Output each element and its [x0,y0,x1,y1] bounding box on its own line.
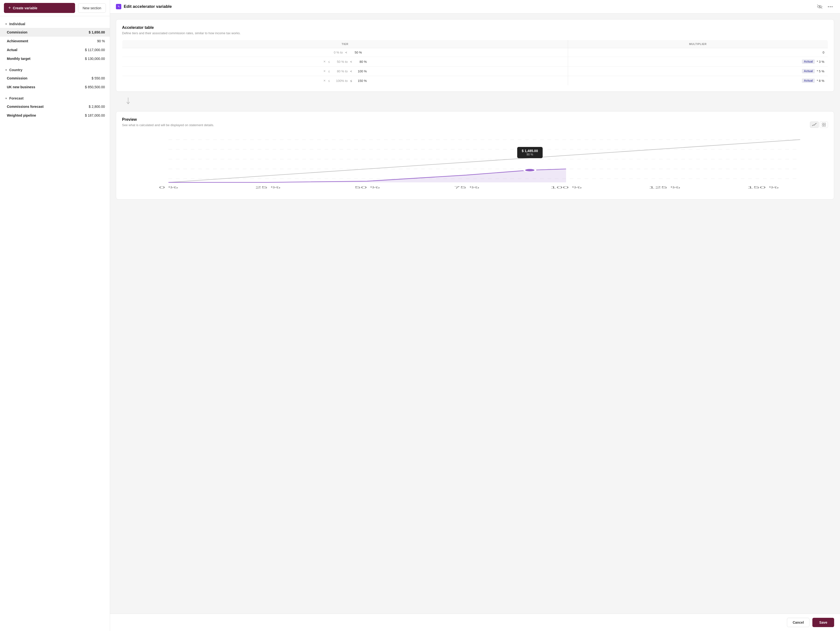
tier-lte: ≤ [328,69,332,73]
table-row: ✕ ≤ 50 % to < 80 % Actual * 3 % [122,57,828,66]
hide-button[interactable] [816,3,824,10]
multiplier-header: MULTIPLIER [568,40,828,48]
svg-text:100 %: 100 % [550,186,582,189]
chevron-down-icon: ▼ [5,23,7,25]
svg-text:50 %: 50 % [355,186,380,189]
section-individual-label: Individual [9,22,25,26]
tier-lt: < [344,50,348,54]
chevron-down-icon: ▼ [5,97,7,100]
svg-rect-7 [822,125,824,126]
remove-tier-icon[interactable]: ✕ [323,69,327,73]
actual-badge[interactable]: Actual [802,79,815,83]
actual-badge[interactable]: Actual [802,69,815,73]
svg-rect-5 [822,123,824,125]
list-item[interactable]: Monthly target $ 130,000.00 [0,54,110,63]
preview-header: Preview See what is calculated and will … [122,117,828,132]
table-row: ✕ ≤ 80 % to < 100 % Actual * 5 % [122,66,828,76]
accelerator-table-subtitle: Define tiers and their associated commis… [122,31,828,35]
row-value: $ 130,000.00 [85,57,105,61]
svg-rect-6 [824,123,826,125]
create-variable-button[interactable]: + Create variable [4,3,75,13]
tier-lte: ≤ [328,60,332,63]
row-label: Actual [7,48,17,52]
cancel-button[interactable]: Cancel [787,618,810,627]
list-item[interactable]: Commission $ 550.00 [0,74,110,83]
multiplier-cell: Actual * 5 % [568,66,828,76]
multiplier-cell: Actual * 3 % [568,57,828,66]
panel-header: ✎ Edit accelerator variable [110,0,840,13]
panel-footer: Cancel Save [110,614,840,631]
new-section-button[interactable]: New section [78,3,106,13]
section-individual[interactable]: ▼ Individual [0,20,110,28]
row-label: Monthly target [7,57,30,61]
list-item[interactable]: Commission $ 1,650.00 [0,28,110,37]
new-section-label: New section [83,6,101,10]
sidebar-header: + Create variable New section [0,0,110,16]
panel-body: Accelerator table Define tiers and their… [110,13,840,614]
row-value: $ 2,800.00 [89,105,105,109]
right-panel: ✎ Edit accelerator variable Accel [110,0,840,631]
row-value: $ 1,650.00 [89,30,105,34]
row-label: Weighted pipeline [7,114,36,117]
multiplier-cell: 0 [568,48,828,57]
tier-lt: < [349,69,353,73]
section-forecast[interactable]: ▼ Forecast [0,95,110,102]
list-item[interactable]: Achievement 90 % [0,37,110,46]
tier-from: 80 % to [333,69,348,73]
actual-badge[interactable]: Actual [802,59,815,64]
list-item[interactable]: UK new business $ 850,500.00 [0,83,110,91]
save-button[interactable]: Save [812,618,834,627]
multiplier-value: * 3 % [817,60,824,63]
list-item[interactable]: Weighted pipeline $ 187,000.00 [0,111,110,120]
sidebar: + Create variable New section ▼ Individu… [0,0,110,631]
multiplier-cell: Actual * 8 % [568,76,828,85]
section-country[interactable]: ▼ Country [0,66,110,74]
chevron-down-icon: ▼ [5,69,7,71]
row-label: Achievement [7,39,28,43]
preview-view-toggles [810,121,828,128]
svg-rect-8 [824,125,826,126]
more-options-button[interactable] [826,5,834,8]
cancel-label: Cancel [793,620,804,625]
line-chart-icon [812,123,816,127]
preview-subtitle: See what is calculated and will be displ… [122,123,214,127]
row-label: UK new business [7,85,35,89]
tier-header: TIER [122,40,568,48]
svg-text:125 %: 125 % [649,186,680,189]
svg-point-3 [832,6,833,7]
tier-cell: ✕ ≤ 80 % to < 100 % [122,66,568,76]
svg-text:150 %: 150 % [747,186,778,189]
list-item[interactable]: Commissions forecast $ 2,800.00 [0,102,110,111]
tier-from: 0 % to [328,50,343,54]
table-view-button[interactable] [820,121,828,128]
multiplier-value: * 8 % [817,79,824,83]
chart-svg: 0 % 25 % 50 % 75 % 100 % 125 % 150 % [122,135,828,193]
tier-to: 80 % [355,60,367,63]
svg-text:0 %: 0 % [159,186,178,189]
save-label: Save [819,620,827,625]
table-row: ✕ ≤ 100% to ≤ 150 % Actual * 8 % [122,76,828,85]
tier-from: 50 % to [333,60,348,63]
ellipsis-icon [828,6,833,7]
panel-title: Edit accelerator variable [124,4,172,9]
chart-view-button[interactable] [810,121,819,128]
tier-cell: 0 % to < 50 % [122,48,568,57]
grid-icon [822,123,826,127]
section-forecast-label: Forecast [9,96,24,100]
row-label: Commissions forecast [7,105,44,109]
accelerator-table: TIER MULTIPLIER 0 % to < 50 % [122,40,828,85]
list-item[interactable]: Actual $ 117,000.00 [0,46,110,54]
create-variable-label: Create variable [13,6,38,10]
remove-tier-icon[interactable]: ✕ [323,79,327,82]
svg-marker-14 [169,169,566,182]
tier-lt: ≤ [349,79,353,83]
panel-header-right [816,3,834,10]
row-value: $ 850,500.00 [85,85,105,89]
preview-chart: 0 % 25 % 50 % 75 % 100 % 125 % 150 % $ 1… [122,135,828,193]
section-country-label: Country [9,68,22,72]
remove-tier-icon[interactable]: ✕ [323,60,327,63]
svg-text:25 %: 25 % [255,186,281,189]
svg-point-15 [524,169,535,172]
table-row: 0 % to < 50 % 0 [122,48,828,57]
row-value: $ 117,000.00 [85,48,105,52]
